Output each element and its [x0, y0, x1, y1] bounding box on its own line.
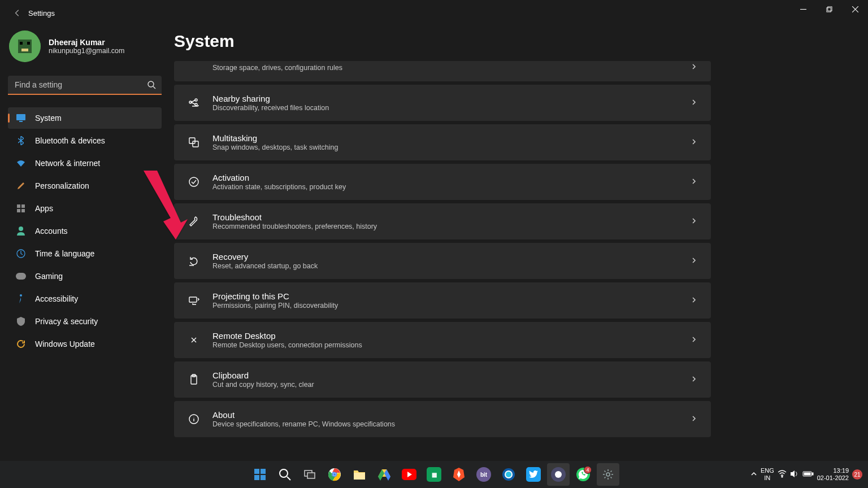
person-icon — [16, 226, 26, 236]
update-icon — [16, 339, 26, 349]
start-button[interactable] — [249, 463, 271, 486]
tray-chevron-icon[interactable] — [750, 470, 757, 478]
nav-label: Bluetooth & devices — [35, 136, 105, 145]
svg-rect-37 — [254, 475, 259, 480]
setting-card-storage[interactable]: Storage space, drives, configuration rul… — [174, 61, 711, 81]
setting-card-projecting-to-this-pc[interactable]: Projecting to this PCPermissions, pairin… — [174, 282, 711, 319]
accessibility-icon — [16, 294, 26, 304]
setting-card-recovery[interactable]: RecoveryReset, advanced startup, go back — [174, 243, 711, 279]
svg-point-58 — [555, 471, 562, 478]
recovery-icon — [188, 255, 200, 267]
card-subtitle: Storage space, drives, configuration rul… — [212, 64, 691, 72]
battery-icon[interactable] — [802, 470, 814, 478]
setting-card-about[interactable]: AboutDevice specifications, rename PC, W… — [174, 401, 711, 437]
card-title: Nearby sharing — [212, 94, 691, 103]
setting-card-remote-desktop[interactable]: Remote DesktopRemote Desktop users, conn… — [174, 322, 711, 358]
settings-app-icon[interactable] — [597, 463, 619, 486]
wrench-icon — [188, 215, 200, 228]
svg-rect-2 — [826, 7, 830, 11]
wifi-icon[interactable] — [778, 470, 787, 479]
nav-label: Windows Update — [35, 339, 95, 348]
nav-item-time-language[interactable]: Time & language — [8, 243, 162, 264]
search-input[interactable] — [8, 76, 162, 95]
svg-rect-1 — [827, 6, 831, 10]
file-explorer-icon[interactable] — [348, 463, 371, 486]
nav-item-apps[interactable]: Apps — [8, 198, 162, 219]
minimize-button[interactable] — [790, 0, 816, 18]
search-button[interactable] — [274, 463, 296, 486]
titlebar: Settings — [0, 0, 868, 26]
nav-item-windows-update[interactable]: Windows Update — [8, 333, 162, 355]
bit-icon[interactable]: bit — [472, 463, 495, 486]
messages-icon[interactable] — [547, 463, 570, 486]
nav-item-accessibility[interactable]: Accessibility — [8, 288, 162, 310]
profile[interactable]: Dheeraj Kumar nikunpubg1@gmail.com — [8, 30, 162, 62]
svg-point-10 — [148, 81, 154, 87]
nav-item-privacy-security[interactable]: Privacy & security — [8, 311, 162, 332]
svg-rect-42 — [307, 473, 315, 478]
chevron-right-icon — [691, 137, 697, 147]
nav-item-bluetooth-devices[interactable]: Bluetooth & devices — [8, 130, 162, 151]
whatsapp-icon[interactable]: 4 — [572, 463, 594, 486]
youtube-icon[interactable] — [398, 463, 420, 486]
nav-label: Gaming — [35, 272, 63, 281]
svg-point-27 — [189, 177, 198, 186]
svg-rect-16 — [17, 209, 20, 212]
close-button[interactable] — [842, 0, 868, 18]
card-subtitle: Snap windows, desktops, task switching — [212, 143, 691, 151]
bluetooth-icon — [16, 136, 26, 146]
nav-item-system[interactable]: System — [8, 107, 162, 129]
card-subtitle: Cut and copy history, sync, clear — [212, 381, 691, 389]
card-title: Activation — [212, 173, 691, 182]
setting-card-activation[interactable]: ActivationActivation state, subscription… — [174, 164, 711, 200]
language-indicator[interactable]: ENG IN — [761, 467, 774, 482]
nav-label: Privacy & security — [35, 317, 98, 326]
brave-icon[interactable] — [448, 463, 470, 486]
svg-rect-9 — [21, 49, 28, 51]
setting-card-clipboard[interactable]: ClipboardCut and copy history, sync, cle… — [174, 361, 711, 398]
drive-icon[interactable] — [373, 463, 396, 486]
nav-item-accounts[interactable]: Accounts — [8, 220, 162, 242]
card-subtitle: Activation state, subscriptions, product… — [212, 183, 691, 191]
chevron-right-icon — [691, 62, 697, 72]
notification-badge[interactable]: 21 — [852, 469, 862, 480]
card-subtitle: Remote Desktop users, connection permiss… — [212, 341, 691, 349]
card-subtitle: Recommended troubleshooters, preferences… — [212, 223, 691, 230]
maximize-button[interactable] — [816, 0, 842, 18]
nav: SystemBluetooth & devicesNetwork & inter… — [8, 107, 162, 355]
nav-item-network-internet[interactable]: Network & internet — [8, 152, 162, 174]
svg-rect-12 — [16, 114, 25, 120]
setting-card-multitasking[interactable]: MultitaskingSnap windows, desktops, task… — [174, 124, 711, 160]
card-title: Multitasking — [212, 133, 691, 143]
grid-icon — [16, 203, 26, 213]
nav-item-gaming[interactable]: Gaming — [8, 265, 162, 287]
volume-icon[interactable] — [790, 470, 799, 479]
window-controls — [790, 0, 868, 18]
setting-card-nearby-sharing[interactable]: Nearby sharingDiscoverability, received … — [174, 85, 711, 121]
svg-rect-13 — [19, 121, 23, 122]
edge-icon[interactable] — [497, 463, 520, 486]
svg-point-18 — [19, 226, 23, 231]
setting-card-troubleshoot[interactable]: TroubleshootRecommended troubleshooters,… — [174, 203, 711, 239]
svg-rect-7 — [20, 42, 23, 45]
avatar — [9, 30, 41, 62]
card-subtitle: Permissions, pairing PIN, discoverabilit… — [212, 302, 691, 310]
back-button[interactable] — [9, 5, 26, 21]
clipboard-icon — [188, 373, 200, 386]
brush-icon — [16, 181, 26, 191]
svg-marker-62 — [791, 470, 795, 477]
chrome-icon[interactable] — [323, 463, 346, 486]
nav-label: Accounts — [35, 226, 68, 236]
clock[interactable]: 13:19 02-01-2022 — [817, 467, 849, 482]
nav-item-personalization[interactable]: Personalization — [8, 175, 162, 197]
twitter-icon[interactable] — [522, 463, 545, 486]
svg-rect-8 — [27, 42, 30, 45]
sheets-icon[interactable]: ▦ — [423, 463, 445, 486]
svg-point-24 — [195, 103, 197, 106]
shield-icon — [16, 316, 26, 326]
nav-label: Time & language — [35, 249, 94, 258]
svg-point-21 — [20, 294, 22, 297]
content: System Storage space, drives, configurat… — [170, 26, 868, 461]
task-view-button[interactable] — [298, 463, 321, 486]
sidebar: Dheeraj Kumar nikunpubg1@gmail.com Syste… — [0, 26, 170, 461]
